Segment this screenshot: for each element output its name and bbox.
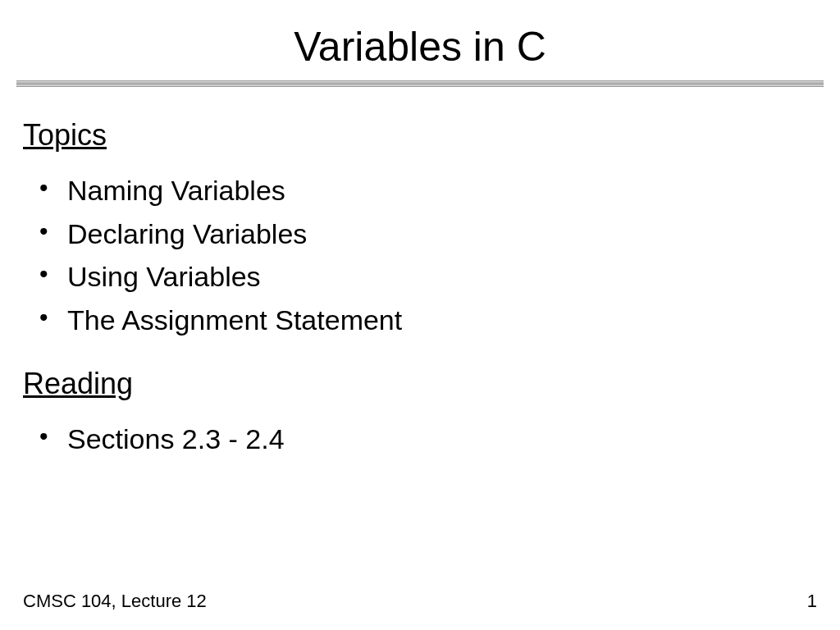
slide-content: Topics Naming Variables Declaring Variab… (0, 87, 840, 460)
list-item: The Assignment Statement (39, 299, 817, 342)
reading-section: Reading Sections 2.3 - 2.4 (23, 367, 817, 461)
topics-heading: Topics (23, 118, 817, 153)
footer-left: CMSC 104, Lecture 12 (23, 591, 207, 612)
horizontal-divider (16, 80, 824, 87)
title-area: Variables in C (0, 0, 840, 80)
slide-footer: CMSC 104, Lecture 12 1 (0, 591, 840, 612)
slide-title: Variables in C (0, 23, 840, 71)
topics-list: Naming Variables Declaring Variables Usi… (23, 169, 817, 342)
footer-page-number: 1 (807, 591, 817, 612)
list-item: Naming Variables (39, 169, 817, 212)
list-item: Using Variables (39, 255, 817, 299)
list-item: Declaring Variables (39, 212, 817, 256)
topics-section: Topics Naming Variables Declaring Variab… (23, 118, 817, 342)
reading-heading: Reading (23, 367, 817, 401)
reading-list: Sections 2.3 - 2.4 (23, 418, 817, 461)
list-item: Sections 2.3 - 2.4 (39, 418, 817, 461)
